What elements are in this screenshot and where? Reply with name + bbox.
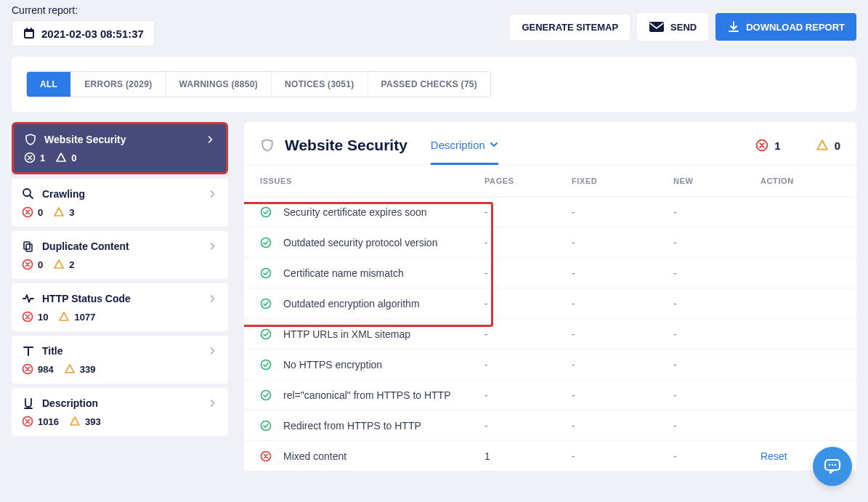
report-timestamp: 2021-02-03 08:51:37 (41, 28, 144, 40)
table-row[interactable]: Outdated security protocol version - - - (244, 227, 856, 258)
chat-icon (823, 457, 842, 476)
col-issues: ISSUES (260, 177, 484, 185)
download-report-button[interactable]: DOWNLOAD REPORT (715, 13, 856, 41)
header-warning-count: 0 (816, 139, 840, 152)
new-value: - (673, 206, 760, 218)
table-row[interactable]: Certificate name mismatch - - - (244, 258, 856, 288)
search-icon (22, 187, 35, 201)
severity-tabs-panel: ALLERRORS (2029)WARNINGS (8850)NOTICES (… (12, 57, 856, 112)
chevron-right-icon (208, 189, 218, 199)
send-label: SEND (670, 22, 697, 33)
shield-icon (24, 133, 37, 146)
issue-name: Security certificate expires soon (283, 206, 427, 218)
fixed-value: - (572, 237, 673, 248)
sidebar-warning-count: 2 (53, 259, 74, 270)
description-dropdown[interactable]: Description (431, 139, 498, 165)
check-icon (260, 328, 272, 340)
shield-icon (260, 138, 275, 153)
sidebar-item-title: HTTP Status Code (42, 293, 200, 304)
check-icon (260, 420, 272, 432)
sidebar-item-http-status-code[interactable]: HTTP Status Code 10 1077 (12, 283, 228, 331)
chevron-right-icon (206, 134, 216, 145)
sidebar-warning-count: 3 (53, 206, 74, 218)
calendar-icon (23, 27, 36, 40)
pages-value: - (484, 420, 572, 432)
fixed-value: - (572, 389, 673, 401)
pages-value: - (484, 328, 572, 340)
error-icon (260, 450, 272, 462)
sidebar-warning-count: 339 (64, 363, 96, 375)
sidebar-error-count: 0 (22, 206, 43, 218)
pages-value: 1 (484, 450, 572, 462)
sidebar-warning-count: 0 (55, 152, 76, 163)
table-header: ISSUES PAGES FIXED NEW ACTION (244, 165, 856, 197)
tab-warnings[interactable]: WARNINGS (8850) (166, 72, 272, 97)
table-row[interactable]: Redirect from HTTPS to HTTP - - - (244, 410, 856, 441)
table-row[interactable]: rel="canonical" from HTTPS to HTTP - - - (244, 380, 856, 410)
issue-name: rel="canonical" from HTTPS to HTTP (283, 389, 451, 401)
table-row[interactable]: Outdated encryption algorithm - - - (244, 288, 856, 319)
issue-name: No HTTPS encryption (283, 359, 382, 371)
pages-value: - (484, 237, 572, 248)
pulse-icon (22, 292, 35, 305)
svg-rect-8 (26, 28, 28, 31)
error-icon (755, 139, 768, 152)
table-row[interactable]: HTTP URLs in XML sitemap - - - (244, 319, 856, 349)
pages-value: - (484, 267, 572, 279)
chat-fab[interactable] (813, 447, 852, 486)
sidebar-item-title: Description (42, 397, 200, 409)
issue-name: HTTP URLs in XML sitemap (283, 328, 410, 340)
tab-all[interactable]: ALL (27, 72, 71, 97)
issue-name: Outdated security protocol version (283, 237, 437, 248)
fixed-value: - (572, 359, 673, 371)
sidebar-error-count: 10 (22, 311, 48, 323)
new-value: - (673, 450, 760, 462)
sidebar-item-title: Title (42, 345, 200, 357)
header-error-count: 1 (755, 139, 780, 152)
svg-rect-9 (31, 28, 32, 31)
col-pages: PAGES (484, 177, 572, 185)
check-icon (260, 237, 272, 248)
issues-panel: Website Security Description 1 0 ISSUES (244, 122, 856, 471)
sidebar-warning-count: 1077 (58, 311, 95, 323)
envelope-icon (649, 20, 665, 33)
dropdown-label: Description (431, 139, 485, 151)
table-row[interactable]: Mixed content 1 - - Reset (244, 441, 856, 471)
pages-value: - (484, 359, 572, 371)
download-label: DOWNLOAD REPORT (746, 22, 845, 33)
sidebar-error-count: 1 (24, 152, 45, 163)
sidebar-error-count: 1016 (22, 416, 59, 427)
send-button[interactable]: SEND (637, 13, 708, 41)
sidebar-item-description[interactable]: Description 1016 393 (12, 388, 228, 436)
table-row[interactable]: Security certificate expires soon - - - (244, 197, 856, 227)
sidebar-item-title: Duplicate Content (42, 240, 200, 252)
new-value: - (673, 389, 760, 401)
new-value: - (673, 237, 760, 248)
issue-name: Outdated encryption algorithm (283, 298, 420, 309)
fixed-value: - (572, 206, 673, 218)
sidebar-warning-count: 393 (69, 416, 101, 427)
pages-value: - (484, 389, 572, 401)
check-icon (260, 389, 272, 401)
svg-rect-7 (25, 32, 33, 37)
svg-point-13 (832, 464, 833, 466)
svg-point-14 (835, 464, 836, 466)
sidebar-item-crawling[interactable]: Crawling 0 3 (12, 179, 228, 227)
tab-passed-checks[interactable]: PASSED CHECKS (75) (368, 72, 491, 97)
sidebar-item-duplicate-content[interactable]: Duplicate Content 0 2 (12, 231, 228, 279)
sidebar-item-title[interactable]: Title 984 339 (12, 336, 228, 384)
table-row[interactable]: No HTTPS encryption - - - (244, 349, 856, 380)
tab-notices[interactable]: NOTICES (3051) (272, 72, 368, 97)
generate-sitemap-button[interactable]: GENERATE SITEMAP (510, 15, 630, 40)
sidebar-item-website-security[interactable]: Website Security 1 0 (12, 122, 228, 174)
panel-title: Website Security (285, 137, 407, 154)
report-selector[interactable]: 2021-02-03 08:51:37 (12, 20, 155, 46)
issue-name: Redirect from HTTPS to HTTP (283, 420, 421, 432)
tab-errors[interactable]: ERRORS (2029) (71, 72, 166, 97)
sidebar-item-title: Website Security (44, 134, 198, 145)
u-icon (22, 397, 35, 410)
reset-link[interactable]: Reset (760, 450, 787, 462)
col-new: NEW (673, 177, 760, 185)
sidebar-item-title: Crawling (42, 188, 200, 200)
new-value: - (673, 420, 760, 432)
